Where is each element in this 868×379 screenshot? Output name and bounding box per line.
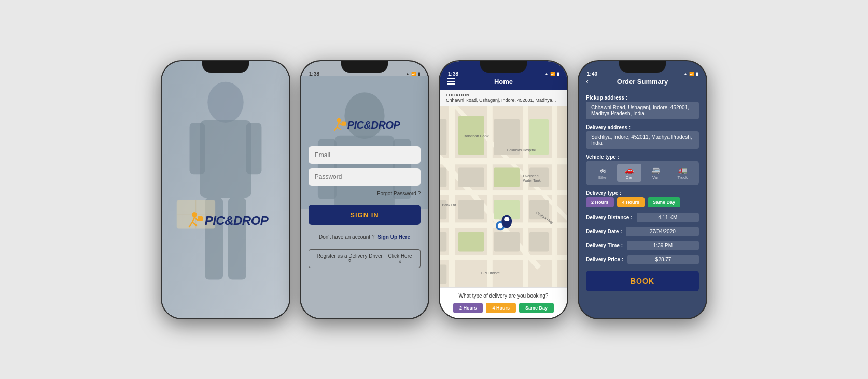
svg-point-10 [192,212,197,217]
vehicle-car[interactable]: 🚗 Car [617,164,642,182]
status-time-home: 1:38 [448,71,458,77]
login-screen: 1:38 ▲ 📶 ▮ [301,61,428,318]
login-logo-runner-icon [329,117,346,134]
svg-line-12 [189,222,192,227]
4hours-button[interactable]: 4 Hours [486,303,516,313]
vehicle-bike[interactable]: 🏍 Bike [590,164,615,182]
sign-in-button[interactable]: SIGN IN [309,205,421,225]
svg-rect-2 [200,120,251,198]
svg-rect-53 [529,232,549,251]
phone-login: 1:38 ▲ 📶 ▮ [300,60,429,319]
screenshots-container: PIC&DROP 1:38 ▲ 📶 ▮ [161,60,707,319]
svg-text:Gokuldas Hospital: Gokuldas Hospital [507,148,536,152]
delivery-type-bar: What type of delivery are you booking? 2… [440,287,567,318]
vehicle-truck[interactable]: 🚛 Truck [670,164,695,182]
drop-text: DROP [233,214,268,228]
home-title: Home [494,78,513,86]
status-time: 1:38 [309,71,319,77]
svg-rect-6 [228,197,246,279]
location-bar: LOCATION Chhawni Road, Ushaganj, Indore,… [440,90,567,106]
status-time-order: 1:40 [587,71,597,77]
pic-text: PIC [205,214,225,228]
login-content: PIC&DROP Forgot Password ? SIGN IN Don't… [301,76,428,268]
logo-runner-icon [183,211,203,231]
pickup-section: Pickup address : Chhawni Road, Ushaganj,… [586,95,699,119]
vehicle-selector: 🏍 Bike 🚗 Car 🚐 Van 🚛 [586,161,699,185]
time-row: Delivery Time : 1:39 PM [586,241,699,250]
svg-line-25 [339,122,341,125]
car-label: Car [626,175,633,180]
vehicle-van[interactable]: 🚐 Van [643,164,668,182]
sameday-button[interactable]: Same Day [519,303,554,313]
distance-value: 4.11 KM [637,213,699,222]
svg-rect-3 [190,123,205,174]
delivery-address-value: Sukhliya, Indore, 452011, Madhya Pradesh… [586,131,699,149]
svg-text:RBL Bank Ltd: RBL Bank Ltd [440,203,456,207]
svg-rect-15 [198,216,203,221]
phone-home: 1:38 ▲ 📶 ▮ Home LOCATION Chhawni [439,60,568,319]
forgot-password-link[interactable]: Forgot Password ? [309,191,421,196]
sign-up-link[interactable]: Sign Up Here [377,234,410,240]
order-screen: 1:40 ▲ 📶 ▮ ‹ Order Summary Pickup addres… [579,61,706,318]
book-button[interactable]: BOOK [586,271,699,291]
phone-splash: PIC&DROP [161,60,290,319]
register-driver-button[interactable]: Register as a Delivery Driver ? Click He… [309,249,421,268]
dt-2hours-btn[interactable]: 2 Hours [586,197,614,207]
svg-rect-51 [458,232,484,251]
order-title: Order Summary [617,78,668,86]
splash-screen: PIC&DROP [162,61,289,318]
splash-logo: PIC&DROP [183,211,269,231]
home-header: Home [440,76,567,90]
svg-line-23 [334,127,337,130]
svg-line-24 [337,127,341,129]
svg-line-11 [192,217,194,222]
vehicle-label: Vehicle type : [586,154,699,160]
van-label: Van [652,175,660,180]
date-value: 27/04/2020 [626,227,699,236]
svg-rect-32 [449,106,455,287]
location-icon: ▲ [405,72,410,76]
bike-icon: 🏍 [599,166,606,174]
delivery-buttons: 2 Hours 4 Hours Same Day [446,303,561,313]
map-view: Bandhan Bank RBL Bank Ltd Gokuldas Hospi… [440,106,567,287]
back-button[interactable]: ‹ [586,77,589,86]
svg-text:Bandhan Bank: Bandhan Bank [464,133,489,138]
date-row: Delivery Date : 27/04/2020 [586,227,699,236]
status-icons-home: ▲ 📶 ▮ [544,72,559,76]
amp-text: & [225,214,233,228]
vehicle-section: Vehicle type : 🏍 Bike 🚗 Car 🚐 Van [586,154,699,185]
svg-rect-50 [440,232,446,251]
svg-rect-54 [440,264,446,284]
password-field[interactable] [309,168,421,186]
status-bar-login: 1:38 ▲ 📶 ▮ [301,61,428,76]
svg-rect-4 [246,123,262,174]
click-here-text: Click Here » [386,253,414,264]
delivery-address-label: Delivery address : [586,124,699,130]
location-text: Chhawni Road, Ushaganj, Indore, 452001, … [446,97,561,103]
wifi-icon-order: 📶 [689,72,694,76]
dt-4hours-btn[interactable]: 4 Hours [617,197,645,207]
register-driver-text: Register as a Delivery Driver ? [315,253,384,264]
hamburger-menu[interactable] [447,78,455,85]
splash-logo-text: PIC&DROP [205,214,269,228]
background-image [162,61,289,318]
pickup-value: Chhawni Road, Ushaganj, Indore, 452001, … [586,102,699,119]
distance-label: Delivery Distance : [586,215,633,220]
order-body: Pickup address : Chhawni Road, Ushaganj,… [579,90,706,318]
email-field[interactable] [309,146,421,164]
svg-text:GPO Indore: GPO Indore [481,271,500,275]
time-value: 1:39 PM [627,241,699,250]
map-container[interactable]: Bandhan Bank RBL Bank Ltd Gokuldas Hospi… [440,106,567,287]
battery-icon-home: ▮ [557,72,559,76]
svg-point-1 [207,81,243,122]
status-icons-order: ▲ 📶 ▮ [683,72,698,76]
location-label: LOCATION [446,93,561,97]
2hours-button[interactable]: 2 Hours [453,303,483,313]
svg-line-13 [192,222,197,226]
delivery-section: Delivery address : Sukhliya, Indore, 452… [586,124,699,149]
home-screen: 1:38 ▲ 📶 ▮ Home LOCATION Chhawni [440,61,567,318]
splash-logo-area: PIC&DROP [183,211,269,231]
login-logo-text: PIC&DROP [347,119,400,131]
dt-sameday-btn[interactable]: Same Day [648,197,680,207]
van-icon: 🚐 [651,166,660,174]
